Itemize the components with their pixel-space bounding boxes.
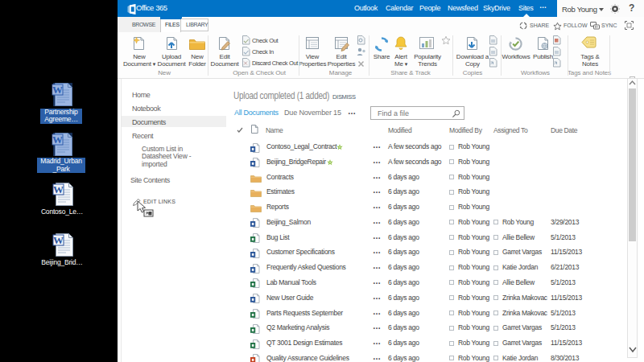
- svg-text:W: W: [53, 183, 64, 195]
- svg-text:W: W: [53, 234, 64, 246]
